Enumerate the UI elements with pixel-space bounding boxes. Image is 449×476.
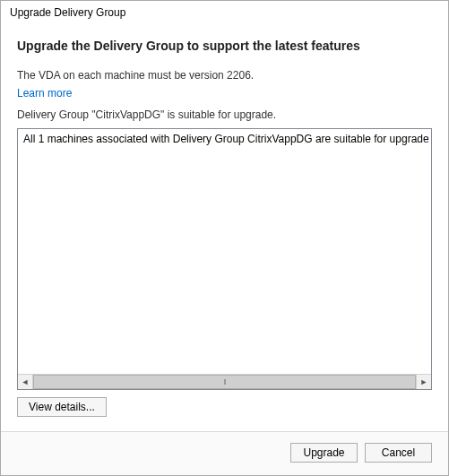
machines-listbox[interactable]: All 1 machines associated with Delivery …	[17, 128, 432, 390]
upgrade-button[interactable]: Upgrade	[290, 443, 358, 463]
learn-more-link[interactable]: Learn more	[17, 87, 432, 100]
suitability-status: Delivery Group "CitrixVappDG" is suitabl…	[17, 108, 432, 121]
scroll-left-arrow-icon[interactable]: ◄	[18, 375, 33, 389]
horizontal-scrollbar[interactable]: ◄ ►	[18, 374, 431, 389]
page-heading: Upgrade the Delivery Group to support th…	[17, 39, 432, 53]
scroll-right-arrow-icon[interactable]: ►	[416, 375, 431, 389]
dialog-footer: Upgrade Cancel	[1, 432, 448, 475]
list-item[interactable]: All 1 machines associated with Delivery …	[18, 129, 431, 374]
vda-requirement-text: The VDA on each machine must be version …	[17, 69, 432, 82]
dialog-content: Upgrade the Delivery Group to support th…	[1, 22, 448, 426]
scroll-thumb[interactable]	[33, 375, 416, 389]
cancel-button[interactable]: Cancel	[365, 443, 432, 463]
window-title: Upgrade Delivery Group	[1, 1, 448, 22]
view-details-button[interactable]: View details...	[17, 397, 107, 417]
scroll-track[interactable]	[33, 375, 416, 389]
